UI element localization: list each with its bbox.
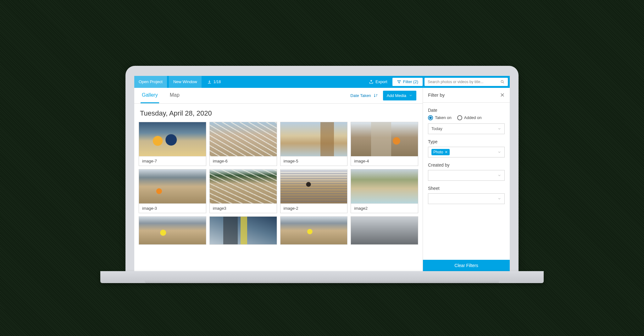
date-select-value: Today	[431, 126, 442, 131]
media-card[interactable]	[209, 216, 277, 245]
media-card[interactable]: image2	[351, 169, 418, 213]
sheet-select[interactable]	[428, 193, 505, 204]
media-card[interactable]: image-3	[139, 169, 206, 213]
radio-label: Added on	[464, 115, 482, 120]
media-label: image-7	[139, 156, 206, 166]
media-card[interactable]	[280, 216, 348, 245]
export-button[interactable]: Export	[365, 76, 391, 88]
sort-label: Date Taken	[350, 93, 371, 98]
media-card[interactable]: image-7	[139, 122, 206, 166]
close-icon[interactable]: ✕	[500, 92, 505, 99]
media-label: image-3	[139, 203, 206, 213]
export-icon	[369, 79, 374, 84]
radio-icon	[457, 115, 462, 120]
search-icon	[500, 80, 505, 84]
download-icon	[207, 80, 212, 84]
chevron-down-icon	[497, 127, 501, 131]
search-box[interactable]	[425, 78, 508, 86]
media-card[interactable]: image-4	[351, 122, 418, 166]
filter-panel: Filter by ✕ Date Taken on Adde	[423, 88, 510, 271]
search-input[interactable]	[428, 80, 500, 84]
laptop-base	[100, 271, 544, 283]
media-thumbnail	[139, 169, 206, 203]
tab-gallery[interactable]: Gallery	[141, 88, 159, 103]
filter-panel-header: Filter by ✕	[423, 88, 510, 103]
filter-icon	[397, 80, 401, 84]
media-thumbnail	[280, 122, 347, 156]
filter-button[interactable]: Filter (2)	[392, 78, 423, 86]
media-label: image-2	[280, 203, 347, 213]
media-thumbnail	[351, 169, 418, 203]
media-card[interactable]: image-2	[280, 169, 348, 213]
filter-type-label: Type	[428, 139, 505, 144]
filter-sheet-label: Sheet	[428, 186, 505, 191]
clear-filters-button[interactable]: Clear Filters	[423, 260, 510, 271]
media-thumbnail	[139, 217, 206, 244]
media-thumbnail	[139, 122, 206, 156]
media-thumbnail	[210, 217, 277, 244]
media-card[interactable]: image3	[209, 169, 277, 213]
date-heading: Tuesday, April 28, 2020	[139, 108, 418, 122]
sort-button[interactable]: Date Taken	[350, 93, 383, 98]
add-media-label: Add Media	[387, 93, 406, 98]
new-window-button[interactable]: New Window	[169, 76, 202, 88]
chevron-down-icon	[497, 174, 501, 177]
media-grid: image-7 image-6 image-5 image-4 image-3 …	[139, 122, 418, 245]
type-select[interactable]: Photo ✕	[428, 147, 505, 157]
tab-map[interactable]: Map	[169, 88, 181, 103]
media-label: image2	[351, 203, 418, 213]
subnav: Gallery Map Date Taken Add Media	[134, 88, 423, 104]
chevron-down-icon	[497, 197, 501, 201]
chevron-down-icon	[409, 94, 413, 97]
media-thumbnail	[280, 217, 347, 244]
media-label: image-6	[210, 156, 277, 166]
filter-label: Filter (2)	[403, 79, 418, 84]
radio-label: Taken on	[435, 115, 452, 120]
media-thumbnail	[351, 122, 418, 156]
download-status[interactable]: 1/18	[203, 76, 225, 88]
sort-icon	[374, 93, 378, 98]
filter-createdby-label: Created by	[428, 162, 505, 168]
media-thumbnail	[351, 217, 418, 244]
media-card[interactable]	[139, 216, 206, 245]
media-thumbnail	[210, 122, 277, 156]
export-label: Export	[375, 79, 387, 84]
createdby-select[interactable]	[428, 170, 505, 181]
main-pane: Gallery Map Date Taken Add Media	[134, 88, 423, 271]
add-media-button[interactable]: Add Media	[383, 91, 416, 100]
gallery-content: Tuesday, April 28, 2020 image-7 image-6 …	[134, 104, 423, 271]
type-chip: Photo ✕	[431, 149, 450, 155]
radio-icon	[428, 115, 433, 120]
media-card[interactable]: image-6	[209, 122, 277, 166]
date-radio-group: Taken on Added on	[428, 115, 505, 120]
media-thumbnail	[280, 169, 347, 203]
topbar: Open Project New Window 1/18 Export	[134, 76, 510, 88]
app-window: Open Project New Window 1/18 Export	[134, 76, 510, 271]
svg-point-0	[501, 80, 503, 83]
media-card[interactable]	[351, 216, 418, 245]
media-label: image3	[210, 203, 277, 213]
media-card[interactable]: image-5	[280, 122, 348, 166]
radio-added-on[interactable]: Added on	[457, 115, 482, 120]
filter-date-label: Date	[428, 108, 505, 113]
filter-panel-title: Filter by	[428, 92, 445, 98]
date-select[interactable]: Today	[428, 123, 505, 134]
open-project-button[interactable]: Open Project	[134, 76, 167, 88]
download-count: 1/18	[214, 80, 221, 84]
media-label: image-4	[351, 156, 418, 166]
media-thumbnail	[210, 169, 277, 203]
media-label: image-5	[280, 156, 347, 166]
chevron-down-icon	[497, 150, 501, 154]
type-chip-label: Photo	[433, 150, 443, 154]
radio-taken-on[interactable]: Taken on	[428, 115, 452, 120]
chip-remove-icon[interactable]: ✕	[445, 150, 448, 154]
